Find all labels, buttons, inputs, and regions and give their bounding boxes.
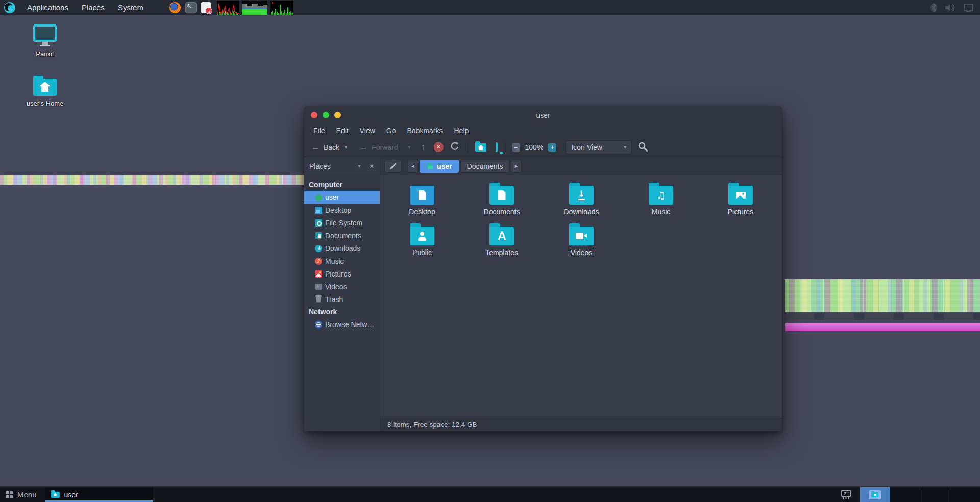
- path-scroll-left-button[interactable]: ◂: [408, 160, 418, 173]
- display-icon[interactable]: [963, 4, 974, 12]
- menu-help[interactable]: Help: [449, 124, 475, 138]
- view-mode-select[interactable]: Icon View ▾: [566, 140, 632, 154]
- home-icon: [426, 163, 434, 170]
- sidebar-item-label: Music: [325, 257, 344, 265]
- menu-go[interactable]: Go: [381, 124, 402, 138]
- parrot-logo[interactable]: [4, 2, 15, 13]
- glitch-artifact-right-pink: [785, 323, 980, 331]
- edit-location-button[interactable]: [384, 160, 402, 173]
- window-title: user: [304, 111, 782, 119]
- file-music[interactable]: ♫Music: [621, 182, 701, 222]
- sidebar-header-label[interactable]: Places: [309, 162, 331, 170]
- file-documents[interactable]: Documents: [462, 182, 542, 222]
- desktop-icon-user-s-home[interactable]: user's Home: [17, 75, 73, 107]
- text-editor-icon[interactable]: [201, 2, 211, 13]
- up-button[interactable]: ↑: [417, 142, 430, 153]
- chevron-down-icon[interactable]: ▾: [358, 163, 360, 169]
- desktop-icon-parrot[interactable]: Parrot: [17, 24, 73, 58]
- sidebar-item-pictures[interactable]: Pictures: [304, 267, 380, 280]
- volume-icon[interactable]: [945, 3, 956, 12]
- terminal-icon[interactable]: [185, 2, 197, 13]
- panel-left: ApplicationsPlacesSystem: [0, 0, 293, 15]
- chip-z-icon[interactable]: Z z: [839, 489, 853, 501]
- cpu-history-graph[interactable]: [217, 1, 239, 15]
- menu-button[interactable]: Menu: [0, 487, 45, 502]
- file-label: Public: [411, 248, 433, 257]
- folder-templates: [489, 222, 514, 246]
- desktop: ApplicationsPlacesSystem: [0, 0, 980, 502]
- computer-button[interactable]: [493, 143, 500, 151]
- workspace-1[interactable]: [860, 487, 890, 502]
- file-pictures[interactable]: Pictures: [701, 182, 780, 222]
- forward-label: Forward: [372, 143, 398, 152]
- home-folder-icon: [475, 143, 486, 152]
- sidebar-item-desktop[interactable]: Desktop: [304, 204, 380, 216]
- search-button[interactable]: [637, 141, 649, 154]
- titlebar[interactable]: user: [304, 106, 782, 124]
- home-button[interactable]: [473, 143, 489, 152]
- desktop-icons: Parrotuser's Home: [17, 24, 73, 124]
- sidebar-item-documents[interactable]: Documents: [304, 229, 380, 242]
- maximize-button[interactable]: [334, 112, 341, 118]
- file-label: Downloads: [562, 208, 600, 216]
- task-button-user[interactable]: user: [45, 487, 153, 502]
- folder-home-icon: [51, 492, 60, 498]
- videos-icon: [314, 283, 323, 291]
- music-icon: [314, 257, 323, 265]
- forward-history-caret[interactable]: ▾: [405, 144, 414, 150]
- file-label: Videos: [569, 248, 594, 257]
- sidebar-item-browse-netw[interactable]: Browse Netw…: [304, 318, 380, 331]
- file-desktop[interactable]: Desktop: [382, 182, 462, 222]
- sidebar-item-music[interactable]: Music: [304, 255, 380, 267]
- workspace-4[interactable]: [950, 487, 980, 502]
- bluetooth-icon[interactable]: [930, 3, 938, 13]
- memory-graph[interactable]: [242, 1, 267, 15]
- sidebar-item-trash[interactable]: Trash: [304, 293, 380, 306]
- desktop-icon-label: Parrot: [36, 50, 54, 58]
- top-panel: ApplicationsPlacesSystem: [0, 0, 980, 15]
- workspace-3[interactable]: [920, 487, 950, 502]
- panel-menu-applications[interactable]: Applications: [20, 0, 75, 15]
- menu-edit[interactable]: Edit: [331, 124, 354, 138]
- file-downloads[interactable]: ↓Downloads: [542, 182, 621, 222]
- firefox-icon[interactable]: [169, 2, 181, 13]
- workspace-2[interactable]: [890, 487, 920, 502]
- path-button-documents[interactable]: Documents: [460, 160, 510, 173]
- stop-button[interactable]: ×: [434, 142, 444, 152]
- sidebar-item-file-system[interactable]: File System: [304, 216, 380, 229]
- menubar: FileEditViewGoBookmarksHelp: [304, 124, 782, 138]
- path-scroll-right-button[interactable]: ▸: [511, 160, 521, 173]
- folder-documents: [489, 182, 514, 205]
- path-buttons: userDocuments: [420, 160, 509, 173]
- panel-menu-system[interactable]: System: [111, 0, 150, 15]
- file-videos[interactable]: Videos: [542, 222, 621, 263]
- toolbar-separator: [505, 142, 505, 153]
- menu-bookmarks[interactable]: Bookmarks: [401, 124, 448, 138]
- sidebar-header: Places ▾ ×: [304, 157, 380, 175]
- close-sidebar-icon[interactable]: ×: [370, 162, 374, 170]
- close-button[interactable]: [311, 112, 317, 118]
- back-button[interactable]: ← Back: [309, 142, 341, 153]
- zoom-out-button[interactable]: −: [512, 143, 520, 152]
- file-public[interactable]: Public: [382, 222, 462, 263]
- back-history-caret[interactable]: ▾: [341, 144, 350, 150]
- menu-view[interactable]: View: [354, 124, 381, 138]
- sidebar-item-downloads[interactable]: Downloads: [304, 242, 380, 255]
- path-button-user[interactable]: user: [420, 160, 459, 173]
- forward-button[interactable]: → Forward: [357, 142, 400, 153]
- minimize-button[interactable]: [323, 112, 329, 118]
- file-templates[interactable]: Templates: [462, 222, 542, 263]
- search-icon: [637, 141, 649, 153]
- zoom-in-button[interactable]: +: [548, 143, 556, 152]
- system-tray: [930, 3, 980, 13]
- sidebar-item-label: Browse Netw…: [325, 320, 374, 329]
- path-button-label: user: [437, 162, 452, 170]
- network-graph[interactable]: [270, 1, 293, 15]
- glitch-artifact-left: [0, 175, 304, 185]
- menu-file[interactable]: File: [308, 124, 331, 138]
- sidebar-item-videos[interactable]: Videos: [304, 280, 380, 293]
- panel-menu-places[interactable]: Places: [75, 0, 111, 15]
- home-folder-icon: [33, 79, 57, 96]
- sidebar-item-user[interactable]: user: [304, 191, 380, 204]
- refresh-button[interactable]: [447, 141, 463, 153]
